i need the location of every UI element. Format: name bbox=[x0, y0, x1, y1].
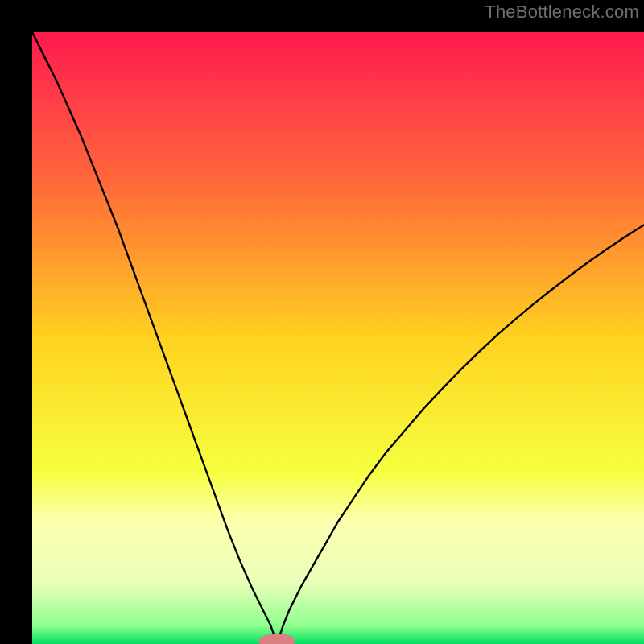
plot-area bbox=[32, 32, 644, 644]
gradient-background bbox=[32, 32, 644, 644]
chart-svg bbox=[32, 32, 644, 644]
chart-frame bbox=[16, 16, 628, 628]
watermark-text: TheBottleneck.com bbox=[485, 2, 639, 23]
